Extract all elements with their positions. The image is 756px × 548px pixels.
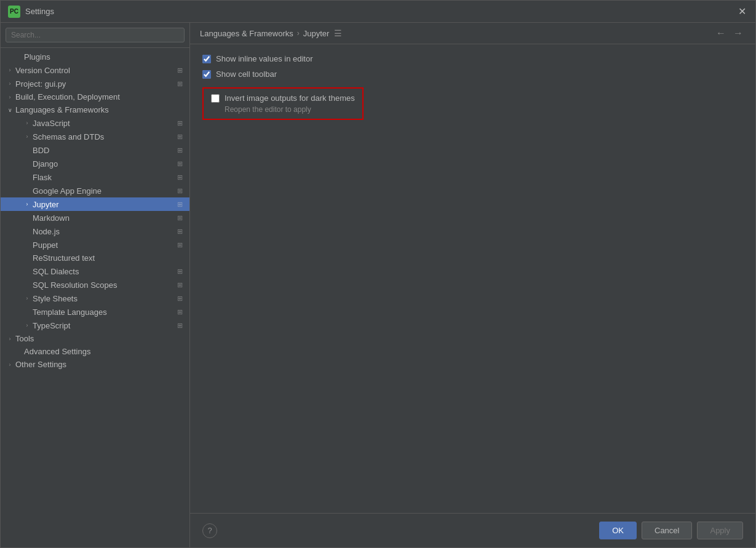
sidebar-item-django[interactable]: Django ⊞ bbox=[1, 157, 189, 170]
sidebar-item-markdown[interactable]: Markdown ⊞ bbox=[1, 211, 189, 224]
sidebar-item-label: Markdown bbox=[33, 213, 172, 223]
sidebar-item-label: SQL Resolution Scopes bbox=[33, 280, 172, 290]
sidebar-item-label: BDD bbox=[33, 146, 172, 155]
sidebar-item-languages-frameworks[interactable]: ∨ Languages & Frameworks bbox=[1, 103, 189, 116]
sidebar-item-version-control[interactable]: › Version Control ⊞ bbox=[1, 63, 189, 77]
pin-icon: ⊞ bbox=[175, 226, 185, 236]
chevron-icon: › bbox=[23, 295, 31, 301]
search-box bbox=[1, 23, 189, 48]
chevron-icon: › bbox=[6, 336, 14, 342]
sidebar-item-label: Puppet bbox=[33, 240, 172, 250]
search-input[interactable] bbox=[6, 28, 185, 42]
show-cell-toolbar-row: Show cell toolbar bbox=[202, 69, 743, 79]
chevron-icon: › bbox=[23, 322, 31, 328]
main-content: Plugins › Version Control ⊞ › Project: g… bbox=[1, 23, 755, 547]
settings-content: Show inline values in editor Show cell t… bbox=[190, 44, 755, 513]
cancel-button[interactable]: Cancel bbox=[642, 522, 692, 539]
show-inline-values-text: Show inline values in editor bbox=[216, 54, 313, 63]
settings-window: PC Settings ✕ Plugins › Version Control … bbox=[0, 0, 756, 548]
sidebar-item-project-gui[interactable]: › Project: gui.py ⊞ bbox=[1, 77, 189, 90]
sidebar-item-template-languages[interactable]: Template Languages ⊞ bbox=[1, 305, 189, 319]
sidebar-item-advanced-settings[interactable]: Advanced Settings bbox=[1, 345, 189, 358]
titlebar: PC Settings ✕ bbox=[1, 1, 755, 23]
window-title: Settings bbox=[25, 7, 54, 16]
invert-image-checkbox[interactable] bbox=[211, 94, 220, 103]
pin-icon: ⊞ bbox=[175, 159, 185, 169]
invert-image-hint: Reopen the editor to apply bbox=[225, 105, 355, 114]
sidebar-item-label: Tools bbox=[15, 334, 185, 343]
sidebar-item-flask[interactable]: Flask ⊞ bbox=[1, 170, 189, 184]
sidebar-item-label: Advanced Settings bbox=[24, 347, 185, 356]
chevron-icon: › bbox=[23, 201, 31, 207]
sidebar-tree: Plugins › Version Control ⊞ › Project: g… bbox=[1, 48, 189, 547]
sidebar-item-label: Jupyter bbox=[33, 200, 172, 209]
sidebar-item-plugins[interactable]: Plugins bbox=[1, 50, 189, 63]
chevron-icon: › bbox=[6, 67, 14, 73]
sidebar-item-bdd[interactable]: BDD ⊞ bbox=[1, 143, 189, 157]
pin-icon: ⊞ bbox=[175, 266, 185, 276]
pin-icon: ⊞ bbox=[175, 240, 185, 250]
breadcrumb-bar: Languages & Frameworks › Jupyter ☰ ← → bbox=[190, 23, 755, 44]
breadcrumb-parent[interactable]: Languages & Frameworks bbox=[200, 29, 293, 38]
show-inline-values-checkbox[interactable] bbox=[202, 55, 211, 63]
sidebar-item-label: Version Control bbox=[15, 66, 172, 75]
nav-forward-button[interactable]: → bbox=[731, 28, 746, 39]
breadcrumb-separator: › bbox=[297, 29, 300, 38]
nav-back-button[interactable]: ← bbox=[714, 28, 728, 39]
sidebar-item-build-execution[interactable]: › Build, Execution, Deployment bbox=[1, 90, 189, 103]
breadcrumb-current: Jupyter bbox=[303, 29, 330, 38]
sidebar-item-label: SQL Dialects bbox=[33, 267, 172, 276]
sidebar-item-label: Django bbox=[33, 159, 172, 169]
pin-icon: ⊞ bbox=[175, 79, 185, 89]
show-cell-toolbar-text: Show cell toolbar bbox=[216, 69, 277, 79]
close-button[interactable]: ✕ bbox=[736, 6, 748, 18]
sidebar-item-label: Plugins bbox=[24, 52, 185, 62]
sidebar-item-style-sheets[interactable]: › Style Sheets ⊞ bbox=[1, 292, 189, 305]
sidebar-item-google-app-engine[interactable]: Google App Engine ⊞ bbox=[1, 184, 189, 197]
pin-icon: ⊞ bbox=[175, 65, 185, 75]
sidebar-item-label: Google App Engine bbox=[33, 186, 172, 196]
sidebar-item-tools[interactable]: › Tools bbox=[1, 332, 189, 345]
pin-icon: ⊞ bbox=[175, 280, 185, 290]
show-inline-values-label[interactable]: Show inline values in editor bbox=[202, 54, 313, 63]
sidebar-item-typescript[interactable]: › TypeScript ⊞ bbox=[1, 319, 189, 332]
apply-button[interactable]: Apply bbox=[697, 522, 743, 539]
pin-icon: ⊞ bbox=[175, 213, 185, 223]
sidebar-item-label: Template Languages bbox=[33, 308, 172, 317]
ok-button[interactable]: OK bbox=[599, 522, 637, 539]
show-cell-toolbar-checkbox[interactable] bbox=[202, 70, 211, 79]
sidebar-item-sql-resolution-scopes[interactable]: SQL Resolution Scopes ⊞ bbox=[1, 278, 189, 292]
pin-icon: ⊞ bbox=[175, 199, 185, 209]
sidebar-item-puppet[interactable]: Puppet ⊞ bbox=[1, 238, 189, 252]
sidebar-item-label: Languages & Frameworks bbox=[15, 105, 185, 114]
chevron-icon: › bbox=[6, 81, 14, 87]
help-button[interactable]: ? bbox=[202, 523, 217, 538]
pin-icon: ⊞ bbox=[175, 118, 185, 128]
app-icon: PC bbox=[8, 6, 20, 18]
pin-icon: ⊞ bbox=[175, 186, 185, 196]
chevron-icon: › bbox=[6, 94, 14, 100]
sidebar-item-label: ReStructured text bbox=[33, 253, 185, 263]
chevron-down-icon: ∨ bbox=[6, 107, 14, 113]
sidebar-item-label: JavaScript bbox=[33, 119, 172, 128]
sidebar-item-label: Other Settings bbox=[15, 360, 185, 369]
sidebar-item-nodejs[interactable]: Node.js ⊞ bbox=[1, 224, 189, 238]
sidebar-item-jupyter[interactable]: › Jupyter ⊞ bbox=[1, 197, 189, 211]
invert-image-box: Invert image outputs for dark themes Reo… bbox=[202, 87, 364, 120]
sidebar-item-schemas-dtds[interactable]: › Schemas and DTDs ⊞ bbox=[1, 130, 189, 143]
breadcrumb-pin-icon[interactable]: ☰ bbox=[334, 28, 342, 38]
sidebar-item-restructured-text[interactable]: ReStructured text bbox=[1, 252, 189, 264]
sidebar-item-label: Flask bbox=[33, 173, 172, 182]
sidebar-item-label: Build, Execution, Deployment bbox=[15, 92, 185, 101]
show-cell-toolbar-label[interactable]: Show cell toolbar bbox=[202, 69, 277, 79]
chevron-icon: › bbox=[6, 362, 14, 368]
sidebar-item-label: Style Sheets bbox=[33, 294, 172, 303]
pin-icon: ⊞ bbox=[175, 320, 185, 330]
sidebar-item-label: Project: gui.py bbox=[15, 79, 172, 89]
sidebar-item-javascript[interactable]: › JavaScript ⊞ bbox=[1, 116, 189, 130]
pin-icon: ⊞ bbox=[175, 132, 185, 141]
sidebar-item-sql-dialects[interactable]: SQL Dialects ⊞ bbox=[1, 264, 189, 278]
pin-icon: ⊞ bbox=[175, 293, 185, 303]
sidebar-item-other-settings[interactable]: › Other Settings bbox=[1, 358, 189, 371]
sidebar: Plugins › Version Control ⊞ › Project: g… bbox=[1, 23, 190, 547]
